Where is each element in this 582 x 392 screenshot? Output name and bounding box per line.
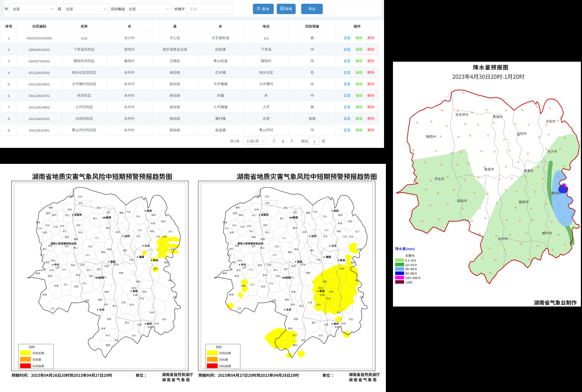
svg-text:43040700202: 43040700202 — [28, 59, 50, 63]
svg-text:43052910201: 43052910201 — [28, 48, 50, 52]
svg-text:1: 1 — [8, 36, 10, 40]
svg-text:3: 3 — [8, 59, 10, 63]
svg-text:8: 8 — [8, 117, 10, 121]
svg-text:111: 111 — [263, 36, 269, 40]
svg-text:43112810701: 43112810701 — [29, 94, 50, 98]
svg-text:43112810201: 43112810201 — [29, 117, 50, 121]
svg-text:43112810502: 43112810502 — [29, 71, 50, 75]
svg-text:>250: >250 — [405, 281, 412, 284]
svg-text:25~49.9: 25~49.9 — [405, 267, 417, 271]
svg-text:43112810801: 43112810801 — [29, 82, 50, 86]
svg-text:1: 1 — [282, 139, 284, 143]
svg-text:6: 6 — [8, 94, 10, 98]
svg-text:9: 9 — [8, 128, 10, 132]
svg-text:4301020018053: 4301020018053 — [26, 36, 52, 40]
svg-text:43112811001: 43112811001 — [29, 128, 50, 132]
svg-text:50~99.9: 50~99.9 — [405, 272, 417, 275]
svg-text:4: 4 — [8, 71, 10, 75]
svg-text:0.1~9.9: 0.1~9.9 — [405, 259, 416, 262]
svg-text:100~249.9: 100~249.9 — [405, 276, 420, 280]
svg-text:5: 5 — [8, 82, 10, 86]
svg-text:mm): mm) — [407, 247, 414, 251]
svg-text:7: 7 — [8, 105, 10, 109]
svg-text:10~24.9: 10~24.9 — [405, 263, 417, 267]
svg-text:1: 1 — [313, 139, 315, 143]
svg-text:43112810802: 43112810802 — [29, 105, 50, 109]
svg-text:2: 2 — [8, 48, 10, 52]
svg-text:1111: 1111 — [81, 36, 88, 40]
